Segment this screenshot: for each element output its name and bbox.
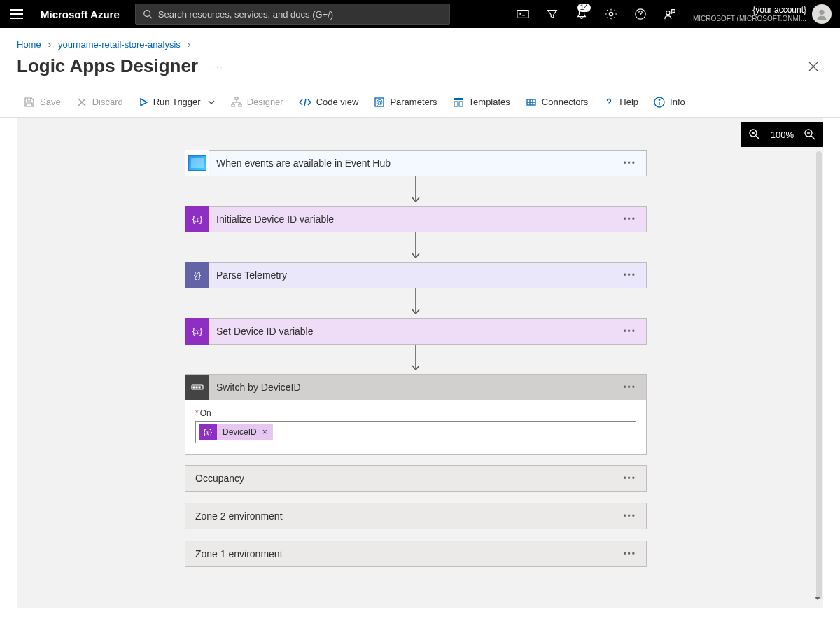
notifications-button[interactable]: 14 (567, 0, 596, 28)
case-title: Zone 1 environment (195, 548, 283, 559)
chevron-down-icon (207, 98, 216, 106)
search-input[interactable] (158, 9, 442, 20)
discard-button[interactable]: Discard (69, 87, 130, 118)
svg-rect-36 (196, 387, 197, 388)
arrow-icon (185, 176, 647, 206)
switch-body: *On {𝑥} DeviceID × (186, 400, 646, 454)
info-icon (654, 97, 665, 108)
zoom-in-icon (748, 128, 761, 141)
workflow: When events are available in Event Hub •… (185, 150, 647, 578)
directories-button[interactable] (538, 0, 567, 28)
account-tenant: MICROSOFT (MICROSOFT.ONMI... (693, 15, 806, 23)
svg-point-0 (144, 11, 150, 17)
help-button[interactable] (626, 0, 655, 28)
svg-rect-2 (517, 11, 528, 18)
filter-icon (546, 8, 559, 20)
case-title: Zone 2 environment (195, 510, 283, 522)
svg-point-6 (819, 10, 824, 15)
play-icon (139, 97, 148, 107)
svg-point-22 (659, 99, 660, 100)
help-button-toolbar[interactable]: Help (596, 87, 645, 118)
hamburger-menu[interactable] (3, 0, 31, 28)
svg-rect-17 (454, 102, 458, 106)
switch-header[interactable]: Switch by DeviceID ••• (186, 375, 646, 400)
svg-rect-18 (459, 102, 463, 106)
token-label: DeviceID (223, 427, 257, 437)
notification-badge: 14 (578, 4, 591, 12)
initialize-variable-step[interactable]: {𝑥} Initialize Device ID variable ••• (185, 206, 647, 232)
zoom-in-button[interactable] (748, 128, 761, 141)
step-more-button[interactable]: ••• (623, 215, 636, 223)
svg-line-1 (149, 16, 152, 19)
svg-point-3 (609, 12, 612, 15)
parse-telemetry-step[interactable]: {∕} Parse Telemetry ••• (185, 262, 647, 288)
code-view-button[interactable]: Code view (292, 87, 366, 118)
avatar-icon (816, 8, 828, 20)
designer-toolbar: Save Discard Run Trigger Designer Code v… (0, 87, 840, 118)
feedback-button[interactable] (655, 0, 685, 28)
avatar[interactable] (812, 4, 832, 24)
global-search[interactable] (135, 4, 450, 25)
arrow-icon (185, 232, 647, 262)
svg-rect-37 (199, 387, 200, 388)
breadcrumb-resource[interactable]: yourname-retail-store-analysis (58, 39, 181, 50)
zoom-out-icon (804, 128, 816, 141)
zoom-out-button[interactable] (804, 128, 816, 141)
help-icon (603, 97, 615, 108)
remove-token-button[interactable]: × (262, 427, 267, 437)
chevron-right-icon: › (48, 39, 51, 50)
cloud-shell-icon (517, 8, 529, 20)
designer-button[interactable]: Designer (224, 87, 290, 118)
scroll-down-button[interactable] (813, 594, 822, 605)
switch-icon (186, 375, 209, 400)
step-title: When events are available in Event Hub (209, 158, 391, 169)
on-field-input[interactable]: {𝑥} DeviceID × (195, 421, 636, 443)
scrollbar[interactable] (816, 151, 822, 599)
step-more-button[interactable]: ••• (623, 159, 636, 167)
step-more-button[interactable]: ••• (623, 327, 636, 335)
set-variable-step[interactable]: {𝑥} Set Device ID variable ••• (185, 318, 647, 345)
svg-line-24 (756, 136, 760, 139)
save-button[interactable]: Save (17, 87, 68, 118)
zoom-level: 100% (771, 130, 794, 140)
account-info[interactable]: {your account} MICROSOFT (MICROSOFT.ONMI… (685, 5, 812, 23)
close-icon (808, 62, 818, 71)
case-zone2[interactable]: Zone 2 environment ••• (185, 503, 647, 529)
case-occupancy[interactable]: Occupancy ••• (185, 465, 647, 492)
step-more-button[interactable]: ••• (623, 512, 636, 520)
run-trigger-button[interactable]: Run Trigger (132, 87, 223, 118)
step-more-button[interactable]: ••• (623, 271, 636, 279)
svg-rect-12 (232, 104, 234, 106)
switch-step[interactable]: Switch by DeviceID ••• *On {𝑥} DeviceID … (185, 374, 647, 455)
case-zone1[interactable]: Zone 1 environment ••• (185, 541, 647, 567)
case-title: Occupancy (195, 473, 244, 484)
info-button[interactable]: Info (647, 87, 692, 118)
breadcrumb: Home › yourname-retail-store-analysis › (0, 28, 840, 54)
templates-button[interactable]: Templates (446, 87, 517, 118)
close-button[interactable] (804, 57, 823, 76)
step-title: Initialize Device ID variable (209, 214, 334, 225)
variable-icon: {𝑥} (186, 206, 209, 232)
step-more-button[interactable]: ••• (623, 474, 636, 482)
caret-down-icon (813, 594, 822, 603)
settings-button[interactable] (596, 0, 626, 28)
device-id-token[interactable]: {𝑥} DeviceID × (199, 424, 273, 440)
connectors-button[interactable]: Connectors (519, 87, 595, 118)
event-hub-icon (186, 150, 209, 176)
chevron-right-icon: › (188, 39, 190, 50)
cloud-shell-button[interactable] (508, 0, 538, 28)
svg-point-5 (666, 11, 670, 15)
svg-rect-11 (235, 97, 238, 99)
parameters-button[interactable]: @ Parameters (367, 87, 444, 118)
trigger-step[interactable]: When events are available in Event Hub •… (185, 150, 647, 176)
breadcrumb-home[interactable]: Home (17, 39, 41, 50)
connectors-icon (526, 97, 537, 108)
step-more-button[interactable]: ••• (623, 383, 636, 391)
variable-icon: {𝑥} (186, 318, 209, 345)
title-more-button[interactable]: ··· (212, 61, 224, 71)
save-icon (24, 97, 35, 108)
designer-canvas[interactable]: 100% When events are available in Event … (17, 118, 823, 608)
zoom-control: 100% (741, 122, 823, 147)
svg-rect-16 (454, 98, 463, 100)
step-more-button[interactable]: ••• (623, 550, 636, 558)
